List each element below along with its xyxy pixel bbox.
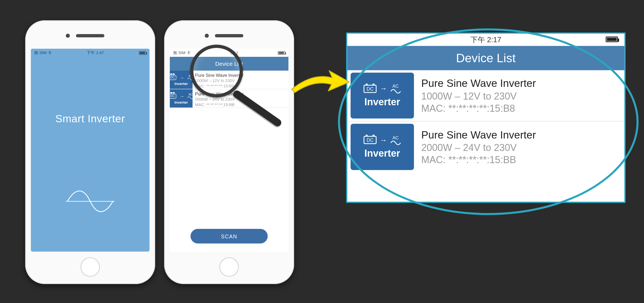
device-row[interactable]: DC → AC Inverter Pure Sine Wave Inverter… <box>347 70 625 121</box>
arrow-right-icon: → <box>180 75 184 80</box>
arrow-right-icon: → <box>180 94 184 98</box>
phone-splash: 無 SIM 卡 下午 1:47 Smart Inverter <box>25 20 155 284</box>
device-mac: MAC: **:**:**:**:15:BB <box>421 154 617 165</box>
device-name: Pure Sine Wave Inverter <box>421 129 617 141</box>
arrow-right-icon: → <box>380 136 387 144</box>
device-mac: MAC: **:**:**:**:15:BB <box>195 102 286 107</box>
device-name: Pure Sine Wave Inverter <box>421 77 617 90</box>
scan-button[interactable]: SCAN <box>191 229 268 243</box>
carrier-label: 無 SIM 卡 <box>173 50 191 56</box>
callout-arrow-icon <box>288 69 349 97</box>
inverter-icon: DC → AC Inverter <box>170 71 193 89</box>
ac-badge: AC <box>392 135 399 140</box>
nav-title: Device List <box>456 51 516 65</box>
device-row[interactable]: DC → AC Inverter Pure Sine Wave Inverter… <box>347 121 625 173</box>
home-button[interactable] <box>80 257 100 277</box>
status-bar: 無 SIM 卡 下午 1:47 <box>31 49 149 57</box>
home-button[interactable] <box>219 257 239 277</box>
arrow-right-icon: → <box>380 84 387 93</box>
device-mac: MAC: **:**:**:**:15:B8 <box>421 103 617 114</box>
inverter-icon-label: Inverter <box>364 147 400 159</box>
dc-badge: DC <box>170 94 176 98</box>
dc-badge: DC <box>170 75 176 80</box>
clock-label: 下午 1:47 <box>87 50 104 56</box>
dc-badge: DC <box>364 85 376 93</box>
splash-screen: 無 SIM 卡 下午 1:47 Smart Inverter <box>31 49 149 252</box>
battery-icon <box>606 37 618 42</box>
device-spec: 2000W – 24V to 230V <box>421 142 617 153</box>
clock-label: 下午 2:17 <box>470 35 501 45</box>
sine-wave-icon <box>66 190 115 212</box>
inverter-icon: DC → AC Inverter <box>170 89 193 108</box>
device-list: DC → AC Inverter Pure Sine Wave Inverter… <box>347 70 625 173</box>
magnifier-icon <box>190 45 243 97</box>
sine-wave-icon <box>390 89 401 94</box>
carrier-label: 無 SIM 卡 <box>34 50 52 56</box>
nav-bar: Device List <box>347 46 625 70</box>
sine-wave-icon <box>390 140 401 145</box>
inverter-icon-label: Inverter <box>174 81 188 85</box>
battery-icon <box>139 51 146 55</box>
device-spec: 1000W – 12V to 230V <box>421 91 617 102</box>
ac-badge: AC <box>392 84 399 88</box>
inverter-icon-label: Inverter <box>174 100 188 104</box>
inverter-icon: DC → AC Inverter <box>351 124 414 170</box>
dc-badge: DC <box>364 136 376 144</box>
inverter-icon: DC → AC Inverter <box>351 73 414 119</box>
app-title: Smart Inverter <box>55 112 125 125</box>
battery-icon <box>278 51 285 55</box>
device-list-callout: 下午 2:17 Device List DC → AC Inverter <box>346 32 626 203</box>
inverter-icon-label: Inverter <box>364 96 400 108</box>
scan-button-label: SCAN <box>221 233 237 239</box>
status-bar: 下午 2:17 <box>347 34 625 46</box>
